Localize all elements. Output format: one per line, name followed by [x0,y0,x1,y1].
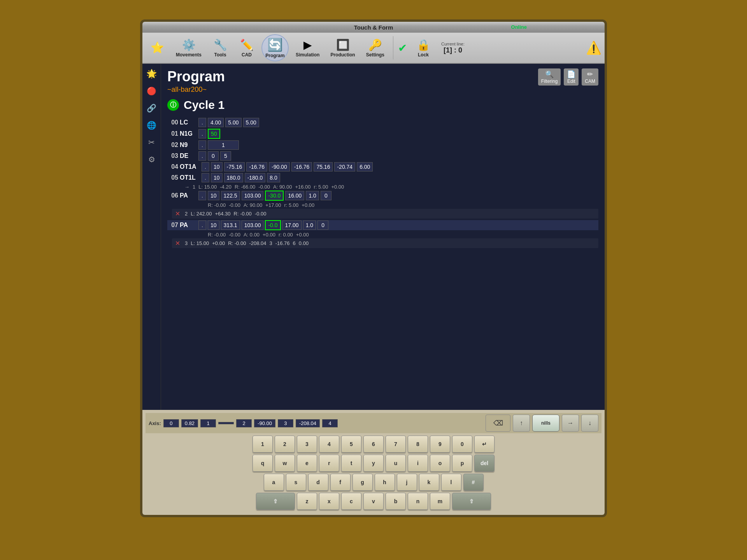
cell-pa07-2[interactable]: 313.1 [221,220,240,230]
arrow-up-key[interactable]: ↑ [513,415,530,432]
key-m[interactable]: m [430,493,450,510]
cell-ot1a-2[interactable]: -75.16 [224,162,245,172]
cam-button[interactable]: ✏ CAM [582,68,598,86]
cell-pa07-5[interactable]: 17.00 [282,220,302,230]
filtering-button[interactable]: 🔍 Filtering [538,68,561,86]
axis-val-1[interactable] [218,422,234,424]
cell-ot1a-6[interactable]: 75.16 [314,162,333,172]
key-l[interactable]: l [441,474,461,491]
toolbar-item-tools[interactable]: 🔧 Tools [209,37,232,59]
cell-pa07-6[interactable]: 1.0 [303,220,316,230]
key-a[interactable]: a [264,474,284,491]
key-t[interactable]: t [341,455,361,472]
cell-ot1l-2[interactable]: 180.0 [224,173,243,182]
arrow-down-key[interactable]: ↓ [581,415,598,432]
key-8[interactable]: 8 [408,436,428,453]
key-f[interactable]: f [330,474,351,491]
key-v[interactable]: v [363,493,384,510]
key-i[interactable]: i [408,455,428,472]
key-g[interactable]: g [352,474,373,491]
cell-lc-2[interactable]: 5.00 [225,118,241,127]
cell-lc-3[interactable]: 5.00 [243,118,259,127]
key-x[interactable]: x [319,493,339,510]
key-e[interactable]: e [297,455,317,472]
cell-pa06-3[interactable]: 103.00 [242,191,264,200]
cell-dot-05[interactable]: . [202,173,209,182]
cell-pa06-1[interactable]: 10 [208,191,219,200]
sidebar-icon-2[interactable]: 🔴 [145,84,159,98]
sidebar-icon-5[interactable]: ✂ [145,135,159,149]
cell-ot1l-4[interactable]: 8.0 [267,173,280,182]
key-7[interactable]: 7 [386,436,406,453]
cell-ot1a-3[interactable]: -16.76 [246,162,267,172]
toolbar-item-simulation[interactable]: ▶ Simulation [292,37,323,59]
cell-lc-1[interactable]: 4.00 [208,118,224,127]
toolbar-item-lock[interactable]: 🔒 Lock [412,37,435,59]
key-1[interactable]: 1 [253,436,273,453]
cell-ot1a-4[interactable]: -90.00 [269,162,290,172]
key-s[interactable]: s [286,474,306,491]
cell-ot1a-7[interactable]: -20.74 [334,162,355,172]
axis-val-0[interactable]: 0.82 [181,419,198,427]
star-button[interactable]: ⭐ [146,40,169,56]
key-shift[interactable]: ⇧ [256,493,295,510]
toolbar-item-movements[interactable]: ⚙️ Movements [172,37,205,59]
key-2[interactable]: 2 [275,436,295,453]
cell-pa07-1[interactable]: 10 [208,220,219,230]
key-h[interactable]: h [375,474,395,491]
key-3[interactable]: 3 [297,436,317,453]
cell-n1g-1[interactable]: 50 [208,129,220,139]
cell-ot1a-8[interactable]: 6.00 [357,162,373,172]
key-6[interactable]: 6 [363,436,384,453]
axis-val-3[interactable]: -208.04 [296,419,320,427]
key-p[interactable]: p [452,455,472,472]
key-5[interactable]: 5 [341,436,361,453]
key-z[interactable]: z [297,493,317,510]
warning-button[interactable]: ⚠️ [586,40,601,55]
key-enter[interactable]: ↵ [474,436,494,453]
cell-dot[interactable]: . [198,118,206,127]
toolbar-item-production[interactable]: 🔲 Production [326,37,359,59]
key-shift-r[interactable]: ⇧ [452,493,491,510]
axis-val-2[interactable]: -90.00 [254,419,275,427]
cell-pa06-6[interactable]: 1.0 [306,191,319,200]
cell-pa06-5[interactable]: 16.00 [285,191,304,200]
toolbar-item-cad[interactable]: ✏️ CAD [235,37,258,59]
key-c[interactable]: c [341,493,361,510]
sidebar-icon-1[interactable]: 🌟 [145,67,159,81]
sidebar-icon-4[interactable]: 🌐 [145,118,159,132]
cell-dot-02[interactable]: . [198,140,206,150]
key-o[interactable]: o [430,455,450,472]
key-n[interactable]: n [408,493,428,510]
cell-pa06-2[interactable]: 122.5 [221,191,240,200]
key-d[interactable]: d [308,474,328,491]
sidebar-icon-6[interactable]: ⚙ [145,152,159,166]
key-r[interactable]: r [319,455,339,472]
key-b[interactable]: b [386,493,406,510]
cell-dot-07[interactable]: . [198,220,206,230]
key-hash[interactable]: # [463,474,484,491]
key-w[interactable]: w [275,455,295,472]
toolbar-item-settings[interactable]: 🔑 Settings [362,37,388,59]
cell-ot1a-5[interactable]: -16.76 [291,162,312,172]
key-q[interactable]: q [253,455,273,472]
key-u[interactable]: u [386,455,406,472]
cell-ot1l-1[interactable]: 10 [211,173,223,182]
nills-button[interactable]: nills [532,415,559,432]
cell-n9-1[interactable]: 1 [208,140,239,150]
cell-pa06-7[interactable]: 0 [321,191,331,200]
backspace-key[interactable]: ⌫ [486,415,510,432]
cell-pa07-7[interactable]: 0 [317,220,328,230]
key-del[interactable]: del [474,455,494,472]
cell-dot-06[interactable]: . [198,191,206,200]
key-y[interactable]: y [363,455,384,472]
key-0[interactable]: 0 [452,436,472,453]
sidebar-icon-3[interactable]: 🔗 [145,101,159,115]
edit-button[interactable]: 📄 Edit [564,68,579,86]
cell-ot1l-3[interactable]: -180.0 [245,173,266,182]
cell-dot-04[interactable]: . [202,162,209,172]
cell-pa06-4[interactable]: -30.0 [265,191,284,201]
key-k[interactable]: k [419,474,439,491]
cell-ot1a-1[interactable]: 10 [211,162,223,172]
cell-pa07-3[interactable]: 103.00 [242,220,264,230]
